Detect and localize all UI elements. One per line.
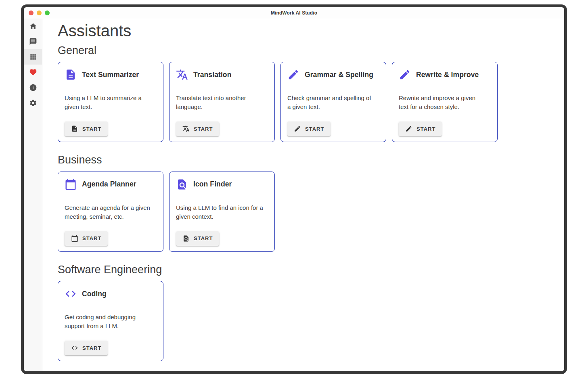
chat-icon (29, 38, 37, 46)
card-header: Translation (176, 69, 268, 81)
assistant-card-rewrite-improve: Rewrite & ImproveRewrite and improve a g… (392, 62, 498, 142)
card-description: Using a LLM to find an icon for a given … (176, 203, 268, 221)
start-button-translation[interactable]: START (176, 121, 219, 136)
calendar-icon (65, 178, 77, 190)
card-description: Generate an agenda for a given meeting, … (65, 203, 157, 221)
card-title: Grammar & Spelling (305, 71, 373, 79)
calendar-icon (71, 235, 78, 242)
card-title: Rewrite & Improve (416, 71, 479, 79)
start-button-label: START (82, 235, 101, 241)
document-icon (65, 69, 77, 81)
app-body: Assistants GeneralText SummarizerUsing a… (24, 19, 564, 371)
find-in-page-icon (176, 178, 188, 190)
card-description: Get coding and debugging support from a … (65, 313, 157, 331)
find-in-page-icon (182, 235, 190, 242)
start-button-label: START (82, 126, 101, 132)
pencil-icon (399, 69, 411, 81)
card-header: Coding (65, 288, 157, 300)
page-title: Assistants (58, 21, 556, 40)
start-button-label: START (194, 235, 213, 241)
gear-icon (29, 99, 37, 107)
sidebar-item-chats[interactable] (24, 34, 42, 49)
start-button-label: START (305, 126, 324, 132)
sidebar-item-favorites[interactable] (24, 65, 42, 80)
card-description: Check grammar and spelling of a given te… (287, 94, 379, 111)
card-title: Icon Finder (193, 180, 232, 188)
assistant-card-agenda-planner: Agenda PlannerGenerate an agenda for a g… (58, 172, 163, 252)
start-button-text-summarizer[interactable]: START (65, 121, 108, 136)
apps-grid-icon (29, 53, 37, 61)
start-button-grammar-spelling[interactable]: START (287, 121, 331, 136)
card-title: Text Summarizer (82, 71, 139, 79)
translate-icon (182, 125, 190, 132)
card-header: Agenda Planner (65, 178, 157, 190)
card-description: Translate text into another language. (176, 94, 268, 111)
code-icon (65, 288, 77, 300)
sidebar-item-home[interactable] (24, 19, 42, 34)
sidebar-item-settings[interactable] (24, 95, 42, 111)
card-row: Text SummarizerUsing a LLM to summarize … (58, 62, 556, 142)
heart-icon (29, 68, 37, 76)
assistant-card-translation: TranslationTranslate text into another l… (169, 62, 275, 142)
card-header: Icon Finder (176, 178, 268, 190)
card-row: Agenda PlannerGenerate an agenda for a g… (58, 172, 556, 252)
card-header: Rewrite & Improve (399, 69, 491, 81)
section-business: BusinessAgenda PlannerGenerate an agenda… (58, 153, 556, 251)
start-button-rewrite-improve[interactable]: START (399, 121, 442, 136)
start-button-coding[interactable]: START (65, 341, 108, 355)
titlebar: MindWork AI Studio (24, 7, 564, 19)
pencil-icon (287, 69, 299, 81)
assistant-sections: GeneralText SummarizerUsing a LLM to sum… (58, 44, 556, 361)
card-description: Rewrite and improve a given text for a c… (399, 94, 491, 111)
start-button-label: START (82, 345, 101, 351)
card-title: Agenda Planner (82, 180, 136, 188)
desktop-background: MindWork AI Studio Assistants GeneralTex… (0, 0, 588, 383)
app-window: MindWork AI Studio Assistants GeneralTex… (21, 4, 567, 374)
section-software-engineering: Software EngineeringCodingGet coding and… (58, 263, 556, 361)
section-general: GeneralText SummarizerUsing a LLM to sum… (58, 44, 556, 142)
info-icon (29, 84, 37, 92)
sidebar-item-assistants[interactable] (24, 49, 42, 65)
code-icon (71, 344, 78, 352)
start-button-agenda-planner[interactable]: START (65, 231, 108, 246)
close-button[interactable] (29, 10, 33, 15)
assistant-card-coding: CodingGet coding and debugging support f… (58, 281, 163, 361)
translate-icon (176, 69, 188, 81)
pencil-icon (294, 125, 301, 132)
traffic-lights (24, 10, 50, 15)
sidebar (24, 19, 42, 371)
section-title: Software Engineering (58, 263, 556, 276)
sidebar-item-about[interactable] (24, 80, 42, 95)
card-header: Grammar & Spelling (287, 69, 379, 81)
start-button-label: START (194, 126, 213, 132)
assistant-card-icon-finder: Icon FinderUsing a LLM to find an icon f… (169, 172, 275, 252)
card-title: Coding (82, 290, 107, 298)
section-title: Business (58, 153, 556, 166)
start-button-label: START (416, 126, 435, 132)
assistant-card-text-summarizer: Text SummarizerUsing a LLM to summarize … (58, 62, 163, 142)
document-icon (71, 125, 78, 132)
card-row: CodingGet coding and debugging support f… (58, 281, 556, 361)
window-title: MindWork AI Studio (24, 10, 564, 16)
card-header: Text Summarizer (65, 69, 157, 81)
pencil-icon (405, 125, 412, 132)
minimize-button[interactable] (37, 10, 42, 15)
home-icon (29, 22, 37, 30)
assistant-card-grammar-spelling: Grammar & SpellingCheck grammar and spel… (280, 62, 386, 142)
main-content: Assistants GeneralText SummarizerUsing a… (42, 19, 564, 371)
zoom-button[interactable] (45, 10, 50, 15)
section-title: General (58, 44, 556, 57)
card-description: Using a LLM to summarize a given text. (65, 94, 157, 111)
card-title: Translation (193, 71, 231, 79)
start-button-icon-finder[interactable]: START (176, 231, 219, 246)
